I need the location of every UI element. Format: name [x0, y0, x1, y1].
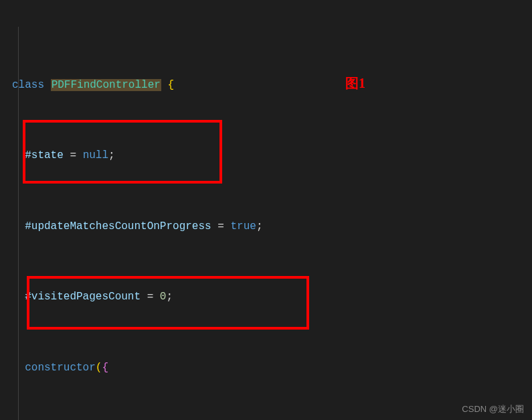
property: #updateMatchesCountOnProgress	[25, 220, 211, 232]
keyword: class	[12, 79, 44, 91]
code-line: #state = null;	[0, 147, 532, 164]
class-name: PDFFindController	[51, 79, 161, 91]
code-line: constructor({	[0, 359, 532, 376]
watermark: CSDN @迷小圈	[462, 402, 524, 416]
bool-literal: true	[230, 220, 256, 232]
property: #state	[25, 149, 64, 161]
code-line: class PDFFindController {	[0, 76, 532, 94]
number-literal: 0	[160, 291, 167, 303]
null-literal: null	[83, 149, 108, 161]
brace: {	[161, 79, 174, 91]
constructor-keyword: constructor	[25, 362, 96, 374]
code-line: #visitedPagesCount = 0;	[0, 288, 532, 305]
property: #visitedPagesCount	[25, 291, 141, 303]
code-line: #updateMatchesCountOnProgress = true;	[0, 218, 532, 235]
figure-label: 图1	[345, 72, 365, 94]
code-editor[interactable]: class PDFFindController { #state = null;…	[0, 5, 532, 420]
